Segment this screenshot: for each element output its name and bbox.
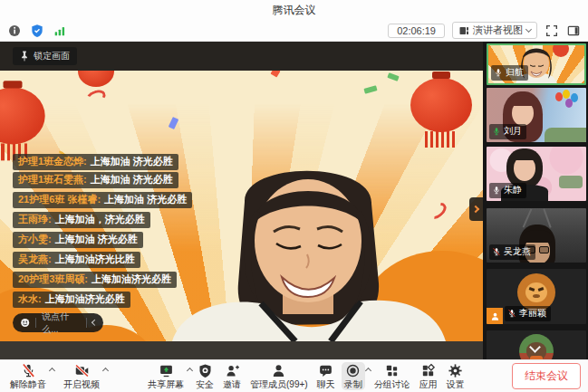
tencent-meeting-window: 腾讯会议 02:06:19 xyxy=(0,0,588,392)
breakout-rooms-icon xyxy=(384,363,400,378)
chat-message: 护理1班石雯燕: 上海加油 济光必胜 xyxy=(13,172,178,188)
chat-message: 护理1班金恋烨: 上海加油 济光必胜 xyxy=(13,154,178,170)
share-options-caret[interactable] xyxy=(187,368,193,374)
view-mode-label: 演讲者视图 xyxy=(473,24,523,37)
toolbar-label: 聊天 xyxy=(317,379,335,389)
participant-label: 吴龙燕 xyxy=(489,244,535,260)
chat-bubble-icon xyxy=(318,363,333,378)
participant-tile[interactable]: 李丽颖 xyxy=(487,269,586,324)
sidebar-collapse-tab[interactable] xyxy=(469,197,483,221)
mic-on-green-icon xyxy=(492,127,501,136)
collapse-chat-icon[interactable] xyxy=(91,320,97,326)
toolbar-label: 设置 xyxy=(447,379,465,389)
toolbar-label: 安全 xyxy=(196,379,214,389)
letterbox-bar xyxy=(0,341,483,359)
mic-on-icon xyxy=(494,68,503,77)
record-options-caret[interactable] xyxy=(365,368,371,374)
chat-message: 吴龙燕: 上海加油济光比胜 xyxy=(13,252,140,268)
security-shield-icon xyxy=(198,363,213,378)
divider xyxy=(86,318,87,328)
start-video-button[interactable]: 开启视频 xyxy=(61,362,102,390)
layout-panel-icon[interactable] xyxy=(566,24,581,38)
mic-options-caret[interactable] xyxy=(49,368,55,374)
apps-button[interactable]: 应用 xyxy=(417,362,440,390)
participant-tile[interactable] xyxy=(487,330,586,359)
shield-icon[interactable] xyxy=(30,24,44,38)
participant-label: 归航 xyxy=(491,65,528,81)
fullscreen-icon[interactable] xyxy=(545,24,559,38)
mic-muted-icon xyxy=(507,309,516,318)
pin-icon xyxy=(20,51,29,62)
chat-input-placeholder: 说点什么... xyxy=(42,311,80,336)
chat-input[interactable]: 说点什么... xyxy=(13,313,103,332)
confetti xyxy=(387,72,399,81)
meeting-timer: 02:06:19 xyxy=(388,24,445,38)
mic-muted-icon xyxy=(492,247,501,256)
speaker-view-icon xyxy=(458,25,469,36)
security-button[interactable]: 安全 xyxy=(193,362,217,390)
mic-muted-icon xyxy=(21,363,36,378)
emoji-icon[interactable] xyxy=(20,317,30,329)
chevron-right-icon xyxy=(471,206,478,213)
pin-view-button[interactable]: 锁定画面 xyxy=(13,47,77,65)
camera-off-icon xyxy=(74,363,90,378)
top-toolbar: 02:06:19 演讲者视图 xyxy=(0,20,588,42)
bottom-toolbar: 解除静音 开启视频 xyxy=(0,359,588,392)
participant-tile[interactable]: 刘月 xyxy=(487,88,586,142)
participants-sidebar: 归航 xyxy=(483,42,588,359)
invite-button[interactable]: 邀请 xyxy=(220,362,244,390)
manage-members-button[interactable]: 管理成员(99+) xyxy=(247,362,311,390)
view-mode-button[interactable]: 演讲者视图 xyxy=(452,22,537,39)
participant-tile[interactable]: 朱静 xyxy=(487,147,586,201)
speaker-person xyxy=(145,148,471,341)
toolbar-label: 开启视频 xyxy=(63,379,100,389)
chat-message: 王雨琤: 上海加油，济光必胜 xyxy=(13,212,150,228)
chevron-down-icon xyxy=(525,25,532,32)
toolbar-label: 录制 xyxy=(344,379,362,389)
pin-view-label: 锁定画面 xyxy=(34,50,70,62)
chat-message: 水水: 上海加油济光必胜 xyxy=(13,292,130,308)
participant-label: 李丽颖 xyxy=(505,306,551,321)
share-screen-icon xyxy=(159,363,174,378)
participant-label: 朱静 xyxy=(489,183,526,198)
content-area: 锁定画面 护理1班金恋烨: 上海加油 济光必胜 护理1班石雯燕: 上海加油 济光… xyxy=(0,42,588,359)
participant-tile-active[interactable]: 归航 xyxy=(487,43,586,85)
record-button[interactable]: 录制 xyxy=(342,362,365,390)
participant-tile[interactable]: 吴龙燕 xyxy=(487,208,586,263)
members-icon xyxy=(271,363,286,378)
window-title: 腾讯会议 xyxy=(273,3,316,18)
mic-on-icon xyxy=(492,186,501,195)
apps-icon xyxy=(420,363,436,378)
chat-message: 20护理3班周硕: 上海加油济光必胜 xyxy=(13,272,177,288)
title-bar: 腾讯会议 xyxy=(0,0,588,20)
gear-icon xyxy=(448,363,463,378)
chat-button[interactable]: 聊天 xyxy=(314,362,338,390)
main-speaker-video[interactable]: 锁定画面 护理1班金恋烨: 上海加油 济光必胜 护理1班石雯燕: 上海加油 济光… xyxy=(0,42,483,359)
breakout-rooms-button[interactable]: 分组讨论 xyxy=(371,362,413,390)
lantern-decoration xyxy=(410,78,472,132)
member-badge-icon xyxy=(487,308,503,324)
toolbar-label: 分组讨论 xyxy=(374,379,410,389)
unmute-button[interactable]: 解除静音 xyxy=(7,362,49,390)
settings-button[interactable]: 设置 xyxy=(444,362,468,390)
end-meeting-button[interactable]: 结束会议 xyxy=(512,363,581,389)
toolbar-label: 邀请 xyxy=(223,379,241,389)
participant-label: 刘月 xyxy=(489,124,526,139)
info-icon[interactable] xyxy=(7,24,22,38)
toolbar-label: 管理成员(99+) xyxy=(250,379,308,389)
network-signal-icon[interactable] xyxy=(53,24,67,38)
video-options-caret[interactable] xyxy=(102,368,109,374)
divider xyxy=(35,318,36,328)
confetti xyxy=(271,71,281,77)
invite-person-icon xyxy=(225,363,240,378)
record-icon xyxy=(345,363,361,378)
toolbar-label: 应用 xyxy=(419,379,438,389)
chat-message: 21护理6班 张槿睿: 上海加油 济光必胜 xyxy=(13,192,192,208)
toolbar-label: 共享屏幕 xyxy=(148,379,184,389)
chat-message: 方小雯: 上海加油 济光必胜 xyxy=(13,232,143,248)
lantern-decoration xyxy=(78,71,114,87)
share-screen-button[interactable]: 共享屏幕 xyxy=(145,362,187,390)
toolbar-label: 解除静音 xyxy=(10,379,46,389)
